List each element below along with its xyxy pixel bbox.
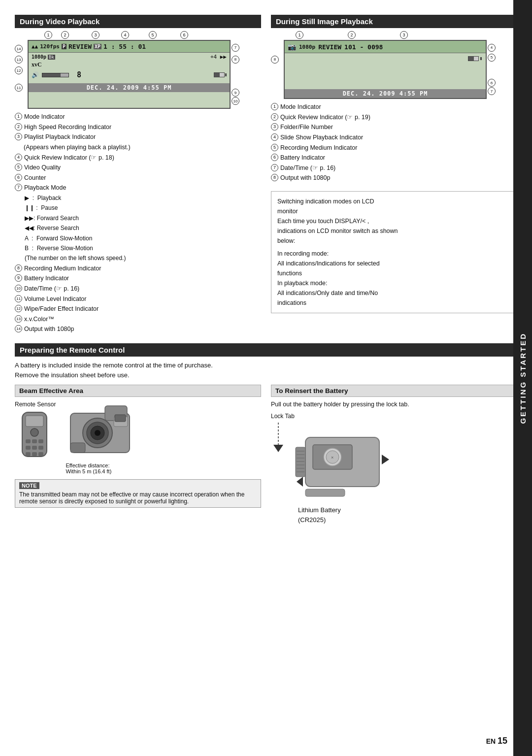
info-line-9: In playback mode: [277, 278, 511, 288]
vitem-5-num: 5 [15, 164, 22, 171]
camera-device: Effective distance: Within 5 m (16.4 ft) [61, 401, 139, 474]
vitem-5-text: Video Quality [24, 163, 61, 173]
lcd-still-screen: 📷 1080p REVIEW 101 - 0098 DEC. 24. 2009 … [284, 40, 487, 99]
info-line-1: Switching indication modes on LCD [277, 197, 511, 206]
reinsert-col: To Reinsert the Battery Pull out the bat… [271, 385, 517, 525]
top-section: During Video Playback 1 2 3 4 5 6 14 13 [15, 15, 517, 334]
info-line-10: All indications/Only date and time/No [277, 288, 511, 298]
note-text: The transmitted beam may not be effectiv… [19, 491, 257, 505]
sitem-7-num: 7 [271, 164, 278, 171]
scircle-5: 5 [488, 54, 496, 62]
vcircle-5: 5 [149, 31, 157, 39]
scircle-8: 8 [271, 56, 279, 64]
info-line-6: In recording mode: [277, 249, 511, 259]
svg-rect-9 [26, 452, 31, 456]
remote-svg [15, 410, 54, 464]
vitem-14-num: 14 [15, 325, 22, 332]
sitem-8-text: Output with 1080p [280, 173, 330, 183]
vcircle-13: 13 [15, 56, 23, 64]
vitem-6-num: 6 [15, 174, 22, 181]
lithium-model: (CR2025) [298, 516, 326, 524]
vcircle-14: 14 [15, 45, 23, 53]
vitem-9-text: Battery Indicator [24, 273, 69, 284]
sitem-6-text: Battery Indicator [280, 153, 325, 163]
svg-rect-19 [70, 443, 85, 453]
sitem-8-num: 8 [271, 174, 278, 181]
scircle-3: 3 [400, 31, 408, 39]
lcd-still-datetime: DEC. 24. 2009 4:55 PM [285, 89, 486, 98]
vitem-7-num: 7 [15, 184, 22, 191]
info-line-2: monitor [277, 206, 511, 216]
vcircle-10: 10 [232, 97, 239, 105]
sitem-1-num: 1 [271, 103, 278, 110]
vcircle-3: 3 [92, 31, 100, 39]
svg-marker-22 [273, 445, 283, 452]
lcd-plus4: +4 ▶▶ [210, 54, 227, 60]
page-wrapper: GETTING STARTED During Video Playback 1 … [0, 0, 532, 756]
beam-header: Beam Effective Area [15, 385, 261, 397]
effective-label: Effective distance: Within 5 m (16.4 ft) [66, 462, 139, 474]
vitem-14-text: Output with 1080p [24, 324, 74, 334]
video-playback-col: During Video Playback 1 2 3 4 5 6 14 13 [15, 15, 261, 334]
lock-tab-label: Lock Tab [271, 413, 295, 420]
vitem-4-text: Quick Review Indicator (☞ p. 18) [24, 153, 114, 163]
pm-rev: Reverse Search [37, 225, 79, 231]
svg-marker-37 [297, 477, 303, 487]
svg-rect-1 [26, 416, 43, 427]
still-filenum: 101 - 0098 [344, 43, 383, 51]
vitem-11-text: Volume Level Indicator [24, 294, 86, 304]
sitem-5-num: 5 [271, 144, 278, 151]
sitem-2-num: 2 [271, 113, 278, 121]
vitem-1-text: Mode Indicator [24, 112, 65, 122]
vitem-12-num: 12 [15, 305, 22, 312]
vitem-4-num: 4 [15, 154, 22, 161]
vcircle-6: 6 [180, 31, 188, 39]
vitem-3-text: Playlist Playback Indicator [24, 132, 96, 142]
lcd-video-datetime: DEC. 24. 2009 4:55 PM [29, 83, 230, 92]
svg-rect-8 [38, 446, 43, 450]
lcd-vol-num: 8 [77, 70, 81, 79]
pm-note: (The number on the left shows speed.) [25, 253, 261, 263]
svg-rect-10 [32, 452, 37, 456]
battery-intro: A battery is included inside the remote … [15, 361, 517, 380]
vitem-6-text: Counter [24, 173, 46, 183]
video-items-list: 1Mode Indicator 2High Speed Recording In… [15, 112, 261, 334]
eff-value-text: Within 5 m (16.4 ft) [66, 468, 111, 474]
info-line-8: functions [277, 268, 511, 278]
svg-text:×: × [331, 455, 333, 460]
sitem-5-text: Recording Medium Indicator [280, 143, 357, 153]
remote-device: Remote Sensor [15, 401, 56, 465]
svg-rect-24 [296, 447, 305, 477]
info-line-7: All indications/Indications for selected [277, 259, 511, 268]
info-line-3: Each time you touch DISPLAY/< , [277, 216, 511, 226]
vitem-2-text: High Speed Recording Indicator [24, 122, 111, 132]
battery-holder-svg: × [291, 423, 399, 501]
reinsert-header: To Reinsert the Battery [271, 385, 517, 397]
remote-section-header: Preparing the Remote Control [15, 343, 517, 357]
eff-label-text: Effective distance: [66, 462, 109, 468]
playback-modes: ▶ : Playback ❙❙ : Pause ▶▶: Forward Sear… [25, 193, 261, 263]
svg-rect-20 [115, 415, 126, 422]
vcircle-4: 4 [121, 31, 129, 39]
note-box: NOTE The transmitted beam may not be eff… [15, 479, 261, 508]
svg-rect-3 [26, 439, 31, 443]
lcd-xvc: xvC [32, 61, 42, 68]
remote-sensor-label: Remote Sensor [15, 401, 56, 408]
vitem-7-text: Playback Mode [24, 183, 66, 193]
page-en-label: EN [486, 737, 496, 745]
video-playback-header: During Video Playback [15, 15, 261, 28]
scircle-1: 1 [296, 31, 303, 39]
still-playback-header: During Still Image Playback [271, 15, 517, 28]
svg-rect-38 [305, 489, 345, 496]
vitem-13-text: x.v.Color™ [24, 314, 54, 325]
sitem-7-text: Date/Time (☞ p. 16) [280, 163, 335, 173]
lcd-review-label: REVIEW [68, 43, 92, 50]
pm-play: Playback [37, 195, 62, 201]
battery-intro-line2: Remove the insulation sheet before use. [15, 370, 517, 380]
battery-diagram: Lock Tab [271, 413, 517, 525]
sitem-1-text: Mode Indicator [280, 102, 321, 112]
vitem-8-num: 8 [15, 264, 22, 272]
pull-out-text: Pull out the battery holder by pressing … [271, 401, 517, 408]
svg-rect-4 [32, 439, 37, 443]
note-label: NOTE [19, 482, 39, 489]
